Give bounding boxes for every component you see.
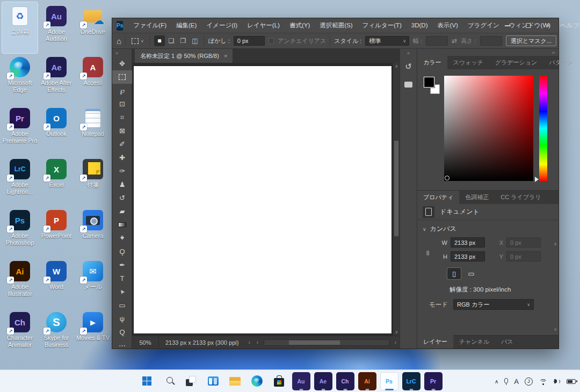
path-selection-tool[interactable]: ➤ — [112, 285, 132, 299]
maximize-button[interactable] — [518, 18, 538, 33]
canvas[interactable] — [134, 66, 392, 333]
volume-icon[interactable] — [553, 378, 561, 384]
desktop-icon-access[interactable]: A↗ Access — [75, 53, 111, 104]
close-tab-icon[interactable]: × — [224, 53, 227, 59]
scroll-down-icon[interactable]: ∨ — [393, 330, 400, 335]
foreground-color-swatch[interactable] — [424, 77, 434, 88]
menu-image[interactable]: イメージ(I) — [201, 18, 242, 33]
taskbar-illustrator[interactable]: Ai — [358, 372, 376, 390]
file-explorer-button[interactable] — [226, 372, 244, 390]
dodge-tool[interactable]: Ǫ — [112, 245, 132, 258]
menu-type[interactable]: 書式(Y) — [285, 18, 315, 33]
blur-tool[interactable]: ♠ — [112, 231, 132, 245]
menu-3d[interactable]: 3D(D) — [407, 18, 433, 33]
color-mode-select[interactable]: RGB カラー∨ — [453, 299, 534, 310]
zoom-level[interactable]: 50% — [132, 336, 159, 349]
horizontal-scrollbar-thumb[interactable] — [289, 340, 340, 345]
foreground-background-swatches[interactable] — [423, 76, 444, 99]
menu-filter[interactable]: フィルター(T) — [358, 18, 407, 33]
document-tab[interactable]: 名称未設定 1 @ 50% (RGB/8) × — [135, 49, 233, 63]
saturation-brightness-field[interactable] — [444, 76, 533, 181]
swap-dimensions-icon[interactable]: ⇄ — [452, 37, 457, 45]
collapse-dock-icon[interactable]: » — [552, 50, 555, 55]
object-selection-tool[interactable]: ⊡ — [112, 97, 132, 111]
search-button[interactable] — [160, 372, 178, 390]
status-expand-icon[interactable]: › — [245, 339, 253, 345]
eyedropper-tool[interactable]: ✐ — [112, 137, 132, 151]
scroll-right-icon[interactable]: › — [392, 339, 400, 345]
menu-file[interactable]: ファイル(F) — [128, 18, 171, 33]
microsoft-store-button[interactable] — [270, 372, 288, 390]
microphone-icon[interactable] — [504, 378, 508, 383]
menu-help[interactable]: ヘルプ(H) — [555, 18, 580, 33]
tab-channels[interactable]: チャンネル — [453, 335, 495, 349]
desktop-icon-excel[interactable]: X↗ Excel — [39, 155, 74, 206]
gradient-tool[interactable] — [112, 218, 132, 231]
tab-swatches[interactable]: スウォッチ — [447, 56, 489, 69]
menu-select[interactable]: 選択範囲(S) — [315, 18, 357, 33]
desktop-icon-recycle-bin[interactable]: ♻ ごみ箱 — [2, 2, 38, 53]
rectangle-tool[interactable]: ▭ — [112, 299, 132, 312]
add-to-selection-icon[interactable]: ❏ — [166, 35, 177, 46]
desktop-icon-photoshop[interactable]: Ps↗ Adobe Photoshop — [2, 206, 38, 257]
move-tool[interactable]: ✥ — [112, 57, 132, 70]
select-and-mask-button[interactable]: 選択とマスク... — [506, 35, 556, 46]
edit-toolbar-button[interactable]: ⋯ — [112, 339, 132, 352]
link-dimensions-icon[interactable]: ∞ — [424, 251, 432, 256]
zoom-tool[interactable]: Q — [112, 325, 132, 339]
rectangular-marquee-tool[interactable] — [112, 70, 132, 84]
tab-color[interactable]: カラー — [417, 56, 447, 69]
height-input[interactable] — [480, 36, 502, 46]
expand-panels-icon[interactable]: « — [407, 49, 410, 56]
brush-tool[interactable]: ✑ — [112, 164, 132, 178]
antialias-checkbox[interactable] — [269, 38, 274, 44]
history-brush-tool[interactable]: ↺ — [112, 191, 132, 205]
start-button[interactable] — [138, 372, 156, 390]
panel-scroll-up-icon[interactable]: ∧ — [554, 242, 557, 246]
subtract-from-selection-icon[interactable]: ❐ — [178, 35, 189, 46]
desktop-icon-character-animator[interactable]: Ch↗ Character Animator — [2, 308, 38, 359]
frame-tool[interactable]: ⊠ — [112, 124, 132, 137]
desktop-icon-mail[interactable]: ✉↗ メール — [75, 257, 111, 308]
landscape-orientation-button[interactable]: ▭ — [465, 268, 478, 279]
tab-layers[interactable]: レイヤー — [417, 335, 453, 349]
horizontal-scrollbar[interactable] — [264, 339, 389, 346]
menu-layer[interactable]: レイヤー(L) — [242, 18, 285, 33]
taskbar-character-animator[interactable]: Ch — [336, 372, 354, 390]
desktop-icon-camera[interactable]: ↗ Camera — [75, 206, 111, 257]
wifi-icon[interactable] — [539, 378, 547, 385]
edge-button[interactable] — [248, 372, 266, 390]
taskbar-after-effects[interactable]: Ae — [314, 372, 332, 390]
desktop-icon-powerpoint[interactable]: P↗ PowerPoint — [39, 206, 74, 257]
tab-paths[interactable]: パス — [495, 335, 519, 349]
desktop-icon-lightroom[interactable]: LrC↗ Adobe Lightroo... — [2, 155, 38, 206]
desktop-icon-premiere-pro[interactable]: Pr↗ Adobe Premiere Pro — [2, 104, 38, 155]
hue-slider-marker[interactable] — [535, 177, 541, 182]
hue-slider[interactable] — [539, 76, 547, 181]
tab-patterns[interactable]: パターン — [543, 56, 579, 69]
task-view-button[interactable] — [182, 372, 200, 390]
tab-properties[interactable]: プロパティ — [417, 191, 459, 204]
desktop-icon-after-effects[interactable]: Ae↗ Adobe After Effects — [39, 53, 74, 104]
chevron-down-icon[interactable]: ∨ — [423, 227, 426, 232]
menu-view[interactable]: 表示(V) — [433, 18, 463, 33]
clone-stamp-tool[interactable]: ♟ — [112, 178, 132, 191]
canvas-width-input[interactable]: 2133 px — [451, 237, 485, 248]
scroll-up-icon[interactable]: ∧ — [393, 64, 400, 69]
desktop-icon-audition[interactable]: Au↗ Adobe Audition — [39, 2, 74, 53]
desktop-icon-notepad[interactable]: ↗ Notepad — [75, 104, 111, 155]
lasso-tool[interactable]: ℘ — [112, 84, 132, 97]
intersect-selection-icon[interactable]: ◫ — [190, 35, 200, 46]
taskbar-lightroom-classic[interactable]: LrC — [402, 372, 421, 390]
desktop-icon-edge[interactable]: ↗ Microsoft Edge — [2, 53, 38, 104]
hand-tool[interactable]: ψ — [112, 312, 132, 325]
desktop-icon-onedrive[interactable]: ☁↗ OneDrive — [75, 2, 111, 53]
style-select[interactable]: 標準∨ — [365, 36, 409, 46]
ime-mode-icon[interactable]: A — [514, 378, 519, 386]
type-tool[interactable]: T — [112, 272, 132, 285]
comments-panel-icon[interactable] — [402, 77, 416, 91]
toolbar-collapse-icon[interactable]: » — [112, 49, 132, 57]
crop-tool[interactable]: ⌗ — [112, 111, 132, 124]
tray-overflow-icon[interactable]: ∧ — [495, 379, 498, 384]
desktop-icon-outlook[interactable]: O↗ Outlook — [39, 104, 74, 155]
